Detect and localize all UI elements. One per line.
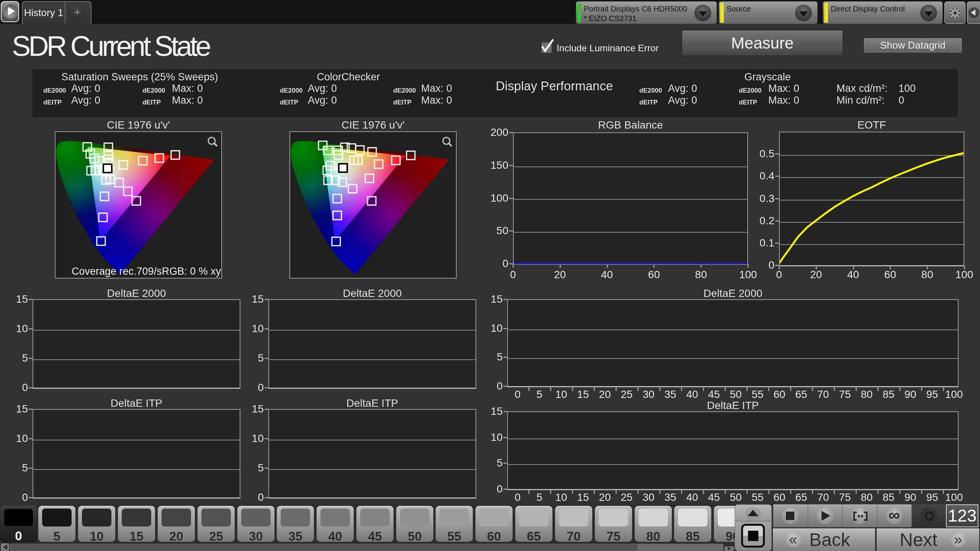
svg-text:Coverage rec.709/sRGB: 0 % xy: Coverage rec.709/sRGB: 0 % xy [72, 266, 221, 277]
